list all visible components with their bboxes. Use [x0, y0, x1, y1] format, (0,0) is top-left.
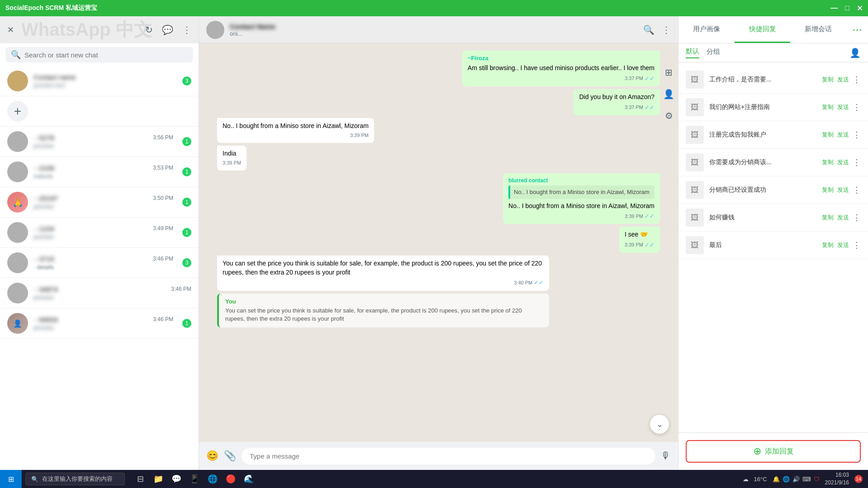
chat-info: ···5278 3:56 PM preview	[33, 134, 173, 150]
more-icon[interactable]: ⋮	[853, 213, 861, 223]
taskview-button[interactable]: ⊟	[132, 471, 148, 487]
copy-button[interactable]: 复制	[822, 103, 834, 111]
wechat-button[interactable]: 💬	[168, 471, 185, 487]
network-icon[interactable]: 🌐	[783, 476, 790, 483]
subtabs: 默认 分组 👤	[678, 43, 868, 62]
volume-icon[interactable]: 🔊	[792, 476, 800, 483]
message-sender: ~Firoza	[468, 54, 655, 62]
more-icon[interactable]: ⋮	[853, 157, 861, 167]
attach-icon[interactable]: 📎	[224, 450, 236, 462]
chrome-button[interactable]: 🔴	[223, 471, 239, 487]
close-button[interactable]: ✕	[857, 4, 863, 13]
chat-info: ···1104 3:49 PM preview	[33, 225, 173, 241]
start-button[interactable]: ⊞	[0, 470, 22, 488]
more-icon[interactable]: ⋮	[853, 102, 861, 112]
browser1-button[interactable]: 🌐	[204, 471, 221, 487]
add-chat-button[interactable]: +	[7, 101, 28, 122]
chat-preview: roducts	[33, 173, 53, 180]
taskbar-apps: ⊟ 📁 💬 📱 🌐 🔴 🌊	[132, 471, 257, 487]
chat-icon[interactable]: 💬	[162, 24, 173, 35]
send-button[interactable]: 发送	[837, 213, 849, 222]
search-chat-icon[interactable]: 🔍	[643, 24, 655, 35]
send-button[interactable]: 发送	[837, 186, 849, 194]
scroll-down-button[interactable]: ⌄	[650, 415, 669, 434]
tab-quick-reply[interactable]: 快捷回复	[735, 16, 791, 43]
browser2-button[interactable]: 🌊	[241, 471, 257, 487]
message-bubble: India 3:39 PM	[217, 146, 247, 171]
chat-item[interactable]: 🙏 ···20197 3:50 PM preview 1	[0, 187, 199, 218]
maximize-button[interactable]: □	[845, 4, 849, 12]
unread-badge: 3	[182, 76, 191, 85]
send-button[interactable]: 发送	[837, 103, 849, 111]
more-tab-icon[interactable]: ⋯	[846, 16, 868, 43]
quick-reply-item: 🖼 如何赚钱 复制 发送 ⋮	[678, 204, 868, 232]
taskbar-search[interactable]: 🔍 在这里输入你要搜索的内容	[25, 473, 125, 485]
copy-button[interactable]: 复制	[822, 241, 834, 249]
refresh-icon[interactable]: ↻	[145, 24, 153, 35]
send-button[interactable]: 发送	[837, 241, 849, 249]
more-icon[interactable]: ⋮	[853, 130, 861, 140]
more-icon[interactable]: ⋮	[182, 24, 191, 35]
message-time: 3:37 PM	[625, 104, 643, 111]
close-sidebar-icon[interactable]: ✕	[7, 25, 14, 35]
unread-badge: 1	[182, 198, 191, 207]
chat-item[interactable]: ···1104 3:49 PM preview 1	[0, 218, 199, 248]
chat-item[interactable]: 👤 ···94834 3:46 PM preview 1	[0, 308, 199, 339]
send-button[interactable]: 发送	[837, 131, 849, 139]
grid-icon[interactable]: ⊞	[665, 67, 673, 78]
message-text: India	[223, 150, 236, 157]
minimize-button[interactable]: —	[830, 4, 838, 12]
notifications-icon[interactable]: 🔔	[773, 476, 780, 483]
copy-button[interactable]: 复制	[822, 213, 834, 222]
settings-icon[interactable]: ⚙	[665, 110, 673, 121]
messages-area: ~Firoza Am still browsing.. I have used …	[199, 43, 678, 442]
antivirus-icon[interactable]: 🛡	[814, 476, 820, 483]
message-meta: 3:39 PM	[223, 160, 241, 166]
subtab-search-icon[interactable]: 👤	[849, 47, 861, 58]
chat-item[interactable]: Contact name preview text 3	[0, 66, 199, 96]
more-options-icon[interactable]: ⋮	[662, 24, 671, 35]
microphone-icon[interactable]: 🎙	[661, 450, 671, 462]
chat-time: 3:53 PM	[153, 165, 173, 171]
quick-reply-item: 🖼 我们的网站+注册指南 复制 发送 ⋮	[678, 94, 868, 121]
chat-item[interactable]: ···34874 3:46 PM preview	[0, 278, 199, 308]
subtab-group[interactable]: 分组	[707, 47, 720, 58]
message-input[interactable]	[242, 448, 655, 464]
message-ticks: ✓✓	[645, 104, 655, 112]
right-side-icons: ⊞ 👤 ⚙	[659, 60, 678, 128]
whatsapp-button[interactable]: 📱	[186, 471, 203, 487]
copy-button[interactable]: 复制	[822, 158, 834, 166]
file-explorer-button[interactable]: 📁	[150, 471, 166, 487]
subtab-default[interactable]: 默认	[686, 47, 699, 58]
chat-info: ···20197 3:50 PM preview	[33, 194, 173, 210]
notification-badge: 14	[854, 475, 863, 483]
send-button[interactable]: 发送	[837, 158, 849, 166]
chat-header: Contact Name oni... 🔍 ⋮	[199, 16, 678, 43]
tab-new-conversation[interactable]: 新增会话	[790, 16, 846, 43]
add-chat-item[interactable]: +	[0, 96, 199, 127]
window-controls: — □ ✕	[830, 4, 863, 13]
chat-item[interactable]: ···5278 3:56 PM preview 1	[0, 127, 199, 157]
quick-reply-item: 🖼 最后 复制 发送 ⋮	[678, 232, 868, 259]
chat-item[interactable]: ···2109 3:53 PM roducts 1	[0, 157, 199, 187]
more-icon[interactable]: ⋮	[853, 75, 861, 85]
copy-button[interactable]: 复制	[822, 76, 834, 84]
search-input[interactable]	[24, 51, 188, 59]
copy-button[interactable]: 复制	[822, 186, 834, 194]
send-button[interactable]: 发送	[837, 76, 849, 84]
tab-user-portrait[interactable]: 用户画像	[678, 16, 735, 43]
message-ticks: ✓✓	[645, 241, 655, 249]
chat-item[interactable]: ···3715 3:46 PM · details 3	[0, 248, 199, 278]
emoji-icon[interactable]: 😊	[206, 450, 218, 462]
more-icon[interactable]: ⋮	[853, 240, 861, 250]
person-icon[interactable]: 👤	[663, 89, 674, 99]
message-time: 3:37 PM	[625, 75, 643, 82]
copy-button[interactable]: 复制	[822, 131, 834, 139]
chat-time: 3:46 PM	[171, 286, 191, 292]
more-icon[interactable]: ⋮	[853, 185, 861, 195]
quoted-preview-bubble: You You can set the price you think is s…	[217, 294, 549, 327]
chat-name: ···34874	[33, 285, 58, 293]
quick-reply-text: 工作介绍，是否需要...	[709, 76, 816, 84]
keyboard-icon[interactable]: ⌨	[802, 476, 811, 483]
add-reply-button[interactable]: ⊕ 添加回复	[686, 440, 861, 463]
